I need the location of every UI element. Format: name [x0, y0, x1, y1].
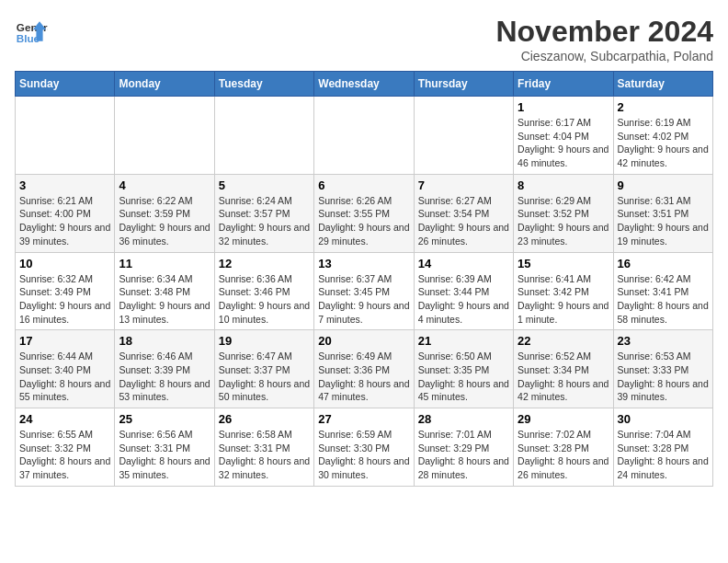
day-cell: 10Sunrise: 6:32 AM Sunset: 3:49 PM Dayli… [16, 252, 115, 330]
day-info: Sunrise: 6:59 AM Sunset: 3:30 PM Dayligh… [318, 428, 409, 482]
day-cell: 30Sunrise: 7:04 AM Sunset: 3:28 PM Dayli… [613, 408, 712, 487]
day-number: 1 [518, 100, 609, 114]
day-cell [314, 97, 414, 175]
day-cell: 6Sunrise: 6:26 AM Sunset: 3:55 PM Daylig… [314, 174, 414, 252]
logo-icon: General Blue [15, 15, 48, 48]
day-info: Sunrise: 6:32 AM Sunset: 3:49 PM Dayligh… [19, 272, 110, 327]
day-cell: 25Sunrise: 6:56 AM Sunset: 3:31 PM Dayli… [115, 408, 214, 487]
day-info: Sunrise: 6:27 AM Sunset: 3:54 PM Dayligh… [418, 194, 509, 248]
day-cell: 16Sunrise: 6:42 AM Sunset: 3:41 PM Dayli… [613, 252, 712, 330]
day-number: 16 [618, 257, 709, 270]
day-info: Sunrise: 6:56 AM Sunset: 3:31 PM Dayligh… [119, 428, 210, 482]
day-number: 2 [618, 100, 709, 114]
day-cell: 3Sunrise: 6:21 AM Sunset: 4:00 PM Daylig… [16, 174, 115, 252]
day-number: 20 [318, 334, 409, 348]
weekday-header-thursday: Thursday [414, 72, 513, 97]
day-info: Sunrise: 6:19 AM Sunset: 4:02 PM Dayligh… [618, 116, 709, 170]
day-cell: 9Sunrise: 6:31 AM Sunset: 3:51 PM Daylig… [613, 174, 712, 252]
weekday-header-saturday: Saturday [613, 72, 712, 97]
day-cell: 18Sunrise: 6:46 AM Sunset: 3:39 PM Dayli… [115, 330, 214, 408]
day-info: Sunrise: 6:24 AM Sunset: 3:57 PM Dayligh… [219, 194, 310, 248]
day-number: 12 [219, 257, 310, 270]
header: General Blue November 2024 Cieszanow, Su… [15, 15, 713, 63]
day-number: 28 [418, 412, 509, 426]
day-info: Sunrise: 6:52 AM Sunset: 3:34 PM Dayligh… [518, 350, 609, 404]
day-info: Sunrise: 7:01 AM Sunset: 3:29 PM Dayligh… [418, 428, 509, 482]
day-number: 19 [219, 334, 310, 348]
day-info: Sunrise: 6:42 AM Sunset: 3:41 PM Dayligh… [618, 272, 709, 327]
day-info: Sunrise: 6:58 AM Sunset: 3:31 PM Dayligh… [219, 428, 310, 482]
day-info: Sunrise: 7:02 AM Sunset: 3:28 PM Dayligh… [518, 428, 609, 482]
day-info: Sunrise: 7:04 AM Sunset: 3:28 PM Dayligh… [618, 428, 709, 482]
day-cell: 19Sunrise: 6:47 AM Sunset: 3:37 PM Dayli… [214, 330, 313, 408]
day-number: 21 [418, 334, 509, 348]
day-info: Sunrise: 6:17 AM Sunset: 4:04 PM Dayligh… [518, 116, 609, 170]
day-info: Sunrise: 6:49 AM Sunset: 3:36 PM Dayligh… [318, 350, 409, 404]
day-cell [414, 97, 513, 175]
month-title: November 2024 [495, 15, 713, 49]
day-number: 29 [518, 412, 609, 426]
day-number: 15 [518, 257, 609, 270]
day-number: 3 [19, 178, 110, 192]
logo: General Blue [15, 15, 48, 48]
week-row-5: 24Sunrise: 6:55 AM Sunset: 3:32 PM Dayli… [16, 408, 713, 487]
day-number: 25 [119, 412, 210, 426]
week-row-2: 3Sunrise: 6:21 AM Sunset: 4:00 PM Daylig… [16, 174, 713, 252]
day-cell: 24Sunrise: 6:55 AM Sunset: 3:32 PM Dayli… [16, 408, 115, 487]
day-number: 7 [418, 178, 509, 192]
day-number: 5 [219, 178, 310, 192]
day-cell: 7Sunrise: 6:27 AM Sunset: 3:54 PM Daylig… [414, 174, 513, 252]
day-cell: 4Sunrise: 6:22 AM Sunset: 3:59 PM Daylig… [115, 174, 214, 252]
day-number: 17 [19, 334, 110, 348]
day-cell: 23Sunrise: 6:53 AM Sunset: 3:33 PM Dayli… [613, 330, 712, 408]
week-row-3: 10Sunrise: 6:32 AM Sunset: 3:49 PM Dayli… [16, 252, 713, 330]
day-info: Sunrise: 6:36 AM Sunset: 3:46 PM Dayligh… [219, 272, 310, 327]
day-number: 11 [119, 257, 210, 270]
day-number: 9 [618, 178, 709, 192]
weekday-header-friday: Friday [514, 72, 613, 97]
day-cell [16, 97, 115, 175]
day-cell [115, 97, 214, 175]
weekday-header-tuesday: Tuesday [214, 72, 313, 97]
day-cell: 15Sunrise: 6:41 AM Sunset: 3:42 PM Dayli… [514, 252, 613, 330]
day-info: Sunrise: 6:41 AM Sunset: 3:42 PM Dayligh… [518, 272, 609, 327]
day-cell: 5Sunrise: 6:24 AM Sunset: 3:57 PM Daylig… [214, 174, 313, 252]
day-cell: 1Sunrise: 6:17 AM Sunset: 4:04 PM Daylig… [514, 97, 613, 175]
day-number: 22 [518, 334, 609, 348]
day-info: Sunrise: 6:22 AM Sunset: 3:59 PM Dayligh… [119, 194, 210, 248]
day-number: 24 [19, 412, 110, 426]
weekday-header-wednesday: Wednesday [314, 72, 414, 97]
day-cell: 27Sunrise: 6:59 AM Sunset: 3:30 PM Dayli… [314, 408, 414, 487]
day-cell: 20Sunrise: 6:49 AM Sunset: 3:36 PM Dayli… [314, 330, 414, 408]
day-cell: 21Sunrise: 6:50 AM Sunset: 3:35 PM Dayli… [414, 330, 513, 408]
day-info: Sunrise: 6:26 AM Sunset: 3:55 PM Dayligh… [318, 194, 409, 248]
day-number: 23 [618, 334, 709, 348]
week-row-4: 17Sunrise: 6:44 AM Sunset: 3:40 PM Dayli… [16, 330, 713, 408]
day-number: 13 [318, 257, 409, 270]
day-info: Sunrise: 6:37 AM Sunset: 3:45 PM Dayligh… [318, 272, 409, 327]
day-cell: 17Sunrise: 6:44 AM Sunset: 3:40 PM Dayli… [16, 330, 115, 408]
day-info: Sunrise: 6:53 AM Sunset: 3:33 PM Dayligh… [618, 350, 709, 404]
day-number: 27 [318, 412, 409, 426]
weekday-header-sunday: Sunday [16, 72, 115, 97]
day-info: Sunrise: 6:46 AM Sunset: 3:39 PM Dayligh… [119, 350, 210, 404]
day-number: 26 [219, 412, 310, 426]
day-info: Sunrise: 6:21 AM Sunset: 4:00 PM Dayligh… [19, 194, 110, 248]
day-info: Sunrise: 6:47 AM Sunset: 3:37 PM Dayligh… [219, 350, 310, 404]
day-info: Sunrise: 6:34 AM Sunset: 3:48 PM Dayligh… [119, 272, 210, 327]
day-cell: 29Sunrise: 7:02 AM Sunset: 3:28 PM Dayli… [514, 408, 613, 487]
day-info: Sunrise: 6:44 AM Sunset: 3:40 PM Dayligh… [19, 350, 110, 404]
day-cell: 28Sunrise: 7:01 AM Sunset: 3:29 PM Dayli… [414, 408, 513, 487]
weekday-header-monday: Monday [115, 72, 214, 97]
weekday-header-row: SundayMondayTuesdayWednesdayThursdayFrid… [16, 72, 713, 97]
day-info: Sunrise: 6:31 AM Sunset: 3:51 PM Dayligh… [618, 194, 709, 248]
week-row-1: 1Sunrise: 6:17 AM Sunset: 4:04 PM Daylig… [16, 97, 713, 175]
day-cell: 26Sunrise: 6:58 AM Sunset: 3:31 PM Dayli… [214, 408, 313, 487]
day-number: 14 [418, 257, 509, 270]
day-info: Sunrise: 6:50 AM Sunset: 3:35 PM Dayligh… [418, 350, 509, 404]
day-cell: 13Sunrise: 6:37 AM Sunset: 3:45 PM Dayli… [314, 252, 414, 330]
day-info: Sunrise: 6:55 AM Sunset: 3:32 PM Dayligh… [19, 428, 110, 482]
title-area: November 2024 Cieszanow, Subcarpathia, P… [495, 15, 713, 63]
day-cell [214, 97, 313, 175]
day-number: 6 [318, 178, 409, 192]
